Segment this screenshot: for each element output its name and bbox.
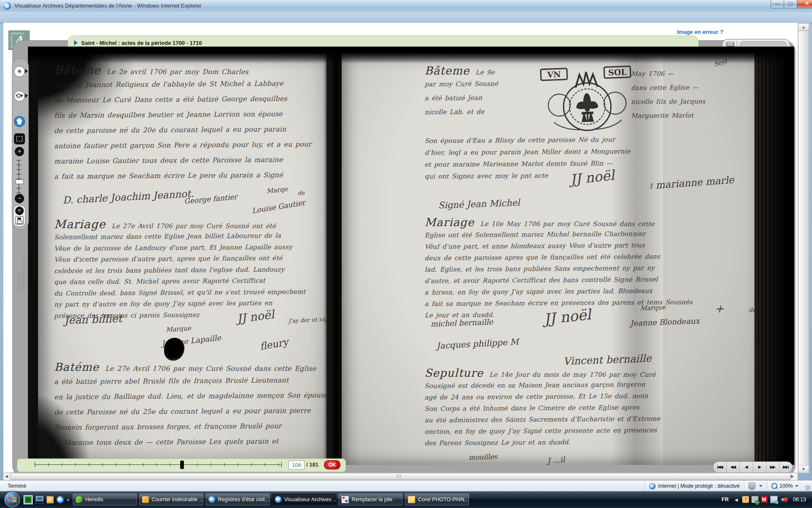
flyout-arrow-icon[interactable]	[25, 69, 28, 73]
floppy-label	[17, 221, 22, 224]
nav-prev-button[interactable]: ◀	[740, 462, 753, 472]
nav-next-button[interactable]: ▶	[753, 462, 766, 472]
manuscript-line: de Monsieur Le Curé Dans cette a été bat…	[54, 91, 325, 108]
signature: fleury	[259, 336, 289, 352]
manuscript-line: Joachim Jeannot Religieux de l'abbayle d…	[54, 76, 325, 93]
minus-icon: −	[18, 195, 21, 202]
manuscript-line: par moy Curé Sousné	[425, 77, 543, 91]
show-desktop-icon[interactable]	[36, 496, 44, 504]
address-bar-row: A http://www.archives.aisne.fr/visu2/vis…	[0, 12, 812, 23]
scroll-right-icon[interactable]: ▶	[791, 474, 794, 478]
taskbar-button-remplacer-la-pile[interactable]: Remplacer la pile	[338, 494, 403, 505]
manuscript-line: des Parens Sousignez Le jour et an dusdd…	[425, 435, 765, 449]
page-number-input[interactable]: 108	[288, 461, 304, 469]
scroll-down-icon[interactable]: ▼	[798, 465, 809, 473]
overview-tool-button[interactable]: ✳	[14, 66, 25, 77]
manuscript-line: que dans celle dud. St. Michel apres avo…	[54, 275, 326, 288]
vertical-scroll-thumb[interactable]	[798, 30, 809, 466]
page-total-label: / 181	[306, 461, 318, 468]
privacy-segment[interactable]	[744, 480, 767, 491]
zoom-out-button[interactable]: −	[15, 194, 24, 203]
network-tray-icon[interactable]	[770, 496, 778, 503]
maximize-button[interactable]: ▢	[784, 0, 797, 8]
manuscript-line: de cette Paroisse né du 25e du courant l…	[54, 403, 326, 420]
clock[interactable]: 06:13	[793, 497, 806, 502]
resize-grip[interactable]	[805, 485, 810, 490]
zone-text: Internet | Mode protégé : désactivé	[658, 483, 740, 489]
floppy-icon	[17, 218, 21, 220]
flyout-arrow-icon[interactable]	[25, 94, 28, 98]
signature: Jacques philippe M	[436, 337, 519, 351]
nav-last-button[interactable]: ▶▶|	[779, 462, 792, 472]
manuscript-line: dans cette Eglise —	[631, 80, 705, 95]
minimize-button[interactable]: —	[771, 0, 784, 8]
manuscript-line: Le 9e	[475, 69, 494, 76]
image-error-link[interactable]: Image en erreur ?	[677, 29, 723, 35]
nav-first-button[interactable]: |◀◀	[713, 462, 727, 472]
nav-rewind-button[interactable]: ◀◀	[727, 462, 740, 472]
manuscript-scan[interactable]: BâtemeLe 2e avril 1706 par moy Dom Charl…	[28, 47, 794, 465]
manuscript-act: SepultureLe 14e Jour du mois de may 1706…	[425, 367, 765, 448]
taskbar-button-label: Courrier indésirable ...	[151, 497, 203, 502]
quicklaunch-ie-icon[interactable]: e	[57, 496, 64, 503]
select-region-button[interactable]	[14, 133, 25, 144]
close-button[interactable]: ✕	[797, 0, 812, 8]
taskbar-button-visualiseur-archives[interactable]: eVisualiseur Archives ...	[272, 494, 336, 505]
pan-tool-button[interactable]	[14, 116, 25, 127]
taskbar-button-registres-d-tat-civil[interactable]: eRegistres d'état civil,...	[206, 494, 270, 505]
scroll-left-icon[interactable]: ◀	[5, 474, 8, 478]
manuscript-line: en la justice du Bailliage dud. Lieu, et…	[54, 388, 326, 405]
actual-size-button[interactable]: =	[15, 207, 24, 215]
nav-buttons: |◀◀ ◀◀ ◀ ▶ ▶▶ ▶▶|	[713, 461, 793, 473]
arrow-right-icon	[74, 40, 78, 45]
zoom-in-button[interactable]: +	[15, 147, 24, 156]
outlook-tray-icon[interactable]	[742, 496, 749, 503]
manuscript-act: BâtemeLe 2e avril 1706 par moy Dom Charl…	[54, 64, 325, 183]
viewer-title: Saint - Michel : actes de la période 170…	[81, 40, 202, 46]
manuscript-line: antoine fautier petit garçon Son Pere a …	[54, 137, 325, 154]
shield-icon	[749, 483, 755, 490]
act-heading: Bâteme	[425, 64, 469, 77]
taskbar-button-courrier-ind-sirable[interactable]: Courrier indésirable ...	[139, 494, 203, 505]
hand-icon	[15, 116, 24, 126]
zoom-slider[interactable]	[18, 160, 20, 193]
manuscript-line: Solennellemt mariez dans cette Eglise Je…	[54, 230, 326, 243]
taskbar-button-corel-photo-pain[interactable]: Corel PHOTO-PAIN...	[405, 494, 469, 505]
chevron-icon[interactable]: »	[67, 497, 69, 502]
tray-expand-icon[interactable]: ◀	[735, 497, 738, 502]
manuscript-line: May 1706 —	[631, 66, 705, 81]
save-button[interactable]	[15, 216, 24, 224]
scroll-thumb-grip	[397, 474, 402, 478]
page-slider-track[interactable]	[35, 464, 282, 465]
taskbar-button-heredis[interactable]: Heredis	[73, 494, 137, 505]
book-edge-texture	[754, 47, 794, 465]
signature: michel bernaille	[431, 317, 493, 328]
update-ok-tray-icon[interactable]	[752, 496, 758, 503]
signature: +	[715, 302, 724, 315]
taskbar-button-label: Registres d'état civil,...	[218, 497, 270, 502]
ok-button[interactable]: OK	[324, 460, 340, 469]
quicklaunch-outlook-icon[interactable]: O	[47, 496, 54, 503]
language-indicator[interactable]: FR	[721, 497, 729, 502]
system-tray: FR ◀ M 06:13	[721, 496, 812, 503]
window-title: Visualiseur Archives Départementales de …	[14, 3, 201, 9]
signature: Jean billiet	[64, 312, 123, 327]
zoom-segment[interactable]: 100%	[767, 480, 803, 491]
taskbar-button-label: Heredis	[85, 497, 103, 502]
slider-end-tick	[35, 462, 35, 467]
zoom-slider-handle[interactable]	[15, 179, 24, 184]
ink-blot	[164, 338, 184, 361]
mcafee-tray-icon[interactable]: M	[761, 496, 768, 503]
signature: de	[298, 190, 304, 196]
contrast-tool-button[interactable]	[14, 91, 25, 102]
volume-muted-tray-icon[interactable]	[780, 496, 787, 503]
start-button[interactable]	[4, 491, 20, 508]
quicklaunch-vnc-icon[interactable]	[24, 495, 33, 504]
nav-forward-button[interactable]: ▶▶	[766, 462, 779, 472]
page-slider-thumb[interactable]	[180, 461, 184, 469]
title-bar[interactable]: e Visualiseur Archives Départementales d…	[0, 0, 812, 12]
globe-icon	[649, 483, 656, 489]
act-heading: Mariage	[54, 218, 106, 231]
equals-icon: =	[18, 207, 21, 213]
signature: mouilles	[469, 453, 498, 461]
